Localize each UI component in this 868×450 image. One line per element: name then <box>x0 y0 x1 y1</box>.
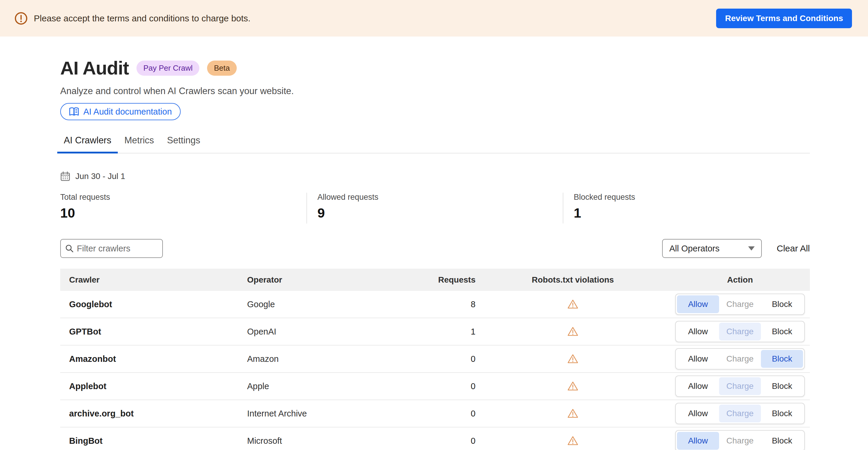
table-row: Googlebot Google 8 AllowChargeBlock <box>60 291 810 318</box>
filter-crawlers-input[interactable] <box>60 239 163 258</box>
beta-badge: Beta <box>207 61 237 76</box>
stat-value: 1 <box>574 205 810 221</box>
action-button-group: AllowChargeBlock <box>675 430 805 450</box>
crawler-name: Googlebot <box>60 300 247 309</box>
stat-value: 9 <box>317 205 563 221</box>
action-block-button[interactable]: Block <box>761 404 803 422</box>
column-header-crawler: Crawler <box>60 275 247 285</box>
filter-crawlers-field <box>60 239 163 258</box>
stat-label: Total requests <box>60 193 306 202</box>
action-button-group: AllowChargeBlock <box>675 348 805 369</box>
main-content: AI Audit Pay Per Crawl Beta Analyze and … <box>0 57 868 450</box>
action-charge-button[interactable]: Charge <box>719 404 761 422</box>
requests-count: 0 <box>410 409 475 419</box>
requests-count: 0 <box>410 382 475 391</box>
table-row: BingBot Microsoft 0 AllowChargeBlock <box>60 427 810 450</box>
warning-triangle-icon[interactable] <box>567 408 579 419</box>
stat-allowed-requests: Allowed requests9 <box>306 193 563 223</box>
table-header: Crawler Operator Requests Robots.txt vio… <box>60 269 810 291</box>
action-allow-button[interactable]: Allow <box>677 323 719 340</box>
tab-ai-crawlers[interactable]: AI Crawlers <box>57 135 118 153</box>
stat-value: 10 <box>60 205 306 221</box>
action-button-group: AllowChargeBlock <box>675 376 805 397</box>
page-title: AI Audit <box>60 57 129 79</box>
stat-label: Blocked requests <box>574 193 810 202</box>
action-block-button[interactable]: Block <box>761 323 803 340</box>
crawler-name: archive.org_bot <box>60 409 247 419</box>
operator-name: Internet Archive <box>247 409 410 419</box>
warning-triangle-icon[interactable] <box>567 326 579 337</box>
title-row: AI Audit Pay Per Crawl Beta <box>60 57 810 79</box>
crawler-name: Applebot <box>60 382 247 391</box>
search-icon <box>65 244 74 253</box>
action-allow-button[interactable]: Allow <box>677 377 719 395</box>
table-toolbar: All Operators Clear All <box>60 239 810 258</box>
action-button-group: AllowChargeBlock <box>675 294 805 315</box>
action-charge-button[interactable]: Charge <box>719 295 761 313</box>
action-charge-button[interactable]: Charge <box>719 323 761 340</box>
documentation-button-label: AI Audit documentation <box>83 107 172 117</box>
warning-triangle-icon[interactable] <box>567 299 579 309</box>
stat-blocked-requests: Blocked requests1 <box>563 193 810 223</box>
banner-message: Please accept the terms and conditions t… <box>34 13 250 24</box>
pay-per-crawl-badge: Pay Per Crawl <box>136 61 199 76</box>
column-header-requests: Requests <box>410 275 475 285</box>
tab-bar: AI CrawlersMetricsSettings <box>60 135 810 153</box>
requests-count: 0 <box>410 436 475 446</box>
chevron-down-icon <box>748 246 755 250</box>
clear-all-button[interactable]: Clear All <box>777 243 810 253</box>
warning-triangle-icon[interactable] <box>567 436 579 446</box>
crawlers-table: Crawler Operator Requests Robots.txt vio… <box>60 269 810 450</box>
action-block-button[interactable]: Block <box>761 350 803 368</box>
alert-circle-icon <box>14 11 28 25</box>
action-button-group: AllowChargeBlock <box>675 321 805 342</box>
column-header-operator: Operator <box>247 275 410 285</box>
requests-count: 0 <box>410 354 475 364</box>
terms-banner: Please accept the terms and conditions t… <box>0 0 868 36</box>
action-block-button[interactable]: Block <box>761 377 803 395</box>
review-terms-button[interactable]: Review Terms and Conditions <box>716 9 852 28</box>
requests-count: 8 <box>410 300 475 309</box>
crawler-name: BingBot <box>60 436 247 446</box>
operator-name: Google <box>247 300 410 309</box>
action-allow-button[interactable]: Allow <box>677 295 719 313</box>
column-header-violations: Robots.txt violations <box>475 275 670 285</box>
date-range-picker[interactable]: Jun 30 - Jul 1 <box>60 171 810 181</box>
page-subtitle: Analyze and control when AI Crawlers sca… <box>60 86 810 96</box>
action-charge-button[interactable]: Charge <box>719 350 761 368</box>
calendar-icon <box>60 171 70 181</box>
crawler-name: GPTBot <box>60 327 247 337</box>
book-icon <box>69 107 79 116</box>
warning-triangle-icon[interactable] <box>567 354 579 364</box>
tab-settings[interactable]: Settings <box>160 135 207 153</box>
table-row: GPTBot OpenAI 1 AllowChargeBlock <box>60 318 810 346</box>
table-row: archive.org_bot Internet Archive 0 Allow… <box>60 400 810 427</box>
tab-metrics[interactable]: Metrics <box>118 135 160 153</box>
action-allow-button[interactable]: Allow <box>677 350 719 368</box>
action-allow-button[interactable]: Allow <box>677 404 719 422</box>
table-body: Googlebot Google 8 AllowChargeBlock GPTB… <box>60 291 810 450</box>
requests-count: 1 <box>410 327 475 337</box>
action-allow-button[interactable]: Allow <box>677 432 719 450</box>
table-row: Applebot Apple 0 AllowChargeBlock <box>60 373 810 400</box>
action-block-button[interactable]: Block <box>761 432 803 450</box>
table-row: Amazonbot Amazon 0 AllowChargeBlock <box>60 346 810 373</box>
warning-triangle-icon[interactable] <box>567 381 579 392</box>
action-charge-button[interactable]: Charge <box>719 377 761 395</box>
action-button-group: AllowChargeBlock <box>675 403 805 424</box>
toolbar-right: All Operators Clear All <box>662 239 810 258</box>
column-header-action: Action <box>670 275 810 285</box>
operator-filter-value: All Operators <box>669 244 719 253</box>
crawler-name: Amazonbot <box>60 354 247 364</box>
action-charge-button[interactable]: Charge <box>719 432 761 450</box>
operator-name: OpenAI <box>247 327 410 337</box>
stat-total-requests: Total requests10 <box>60 193 306 223</box>
date-range-label: Jun 30 - Jul 1 <box>75 172 125 181</box>
operator-name: Apple <box>247 382 410 391</box>
operator-filter-select[interactable]: All Operators <box>662 239 762 258</box>
documentation-button[interactable]: AI Audit documentation <box>60 103 181 120</box>
stats-summary: Total requests10Allowed requests9Blocked… <box>60 193 810 223</box>
stat-label: Allowed requests <box>317 193 563 202</box>
action-block-button[interactable]: Block <box>761 295 803 313</box>
operator-name: Amazon <box>247 354 410 364</box>
